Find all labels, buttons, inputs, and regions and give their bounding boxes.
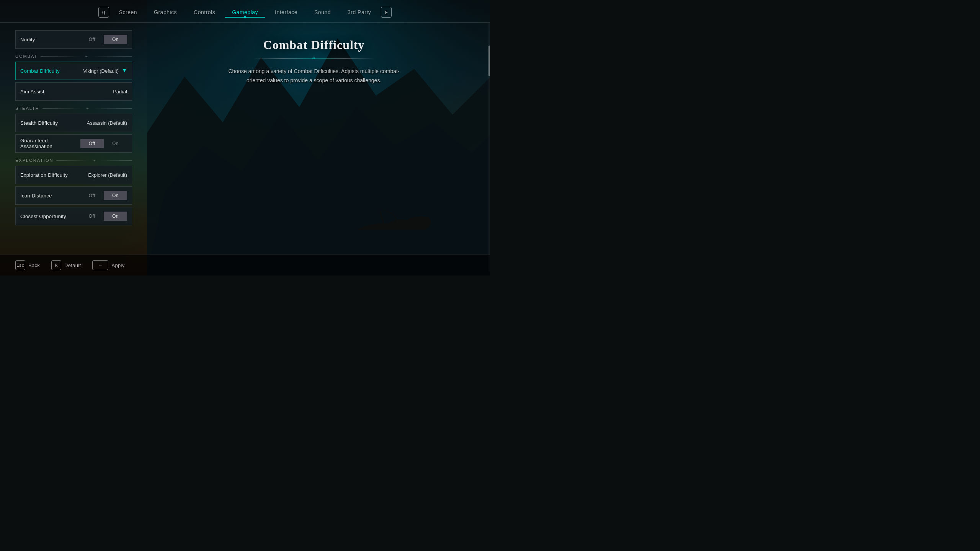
guaranteed-assassination-label: Guaranteed Assassination — [20, 138, 80, 149]
stealth-section-line-2 — [92, 108, 132, 109]
main-content: Nudity Off On COMBAT ❧ Combat Difficulty… — [0, 23, 490, 271]
nudity-toggle[interactable]: Off On — [80, 35, 127, 44]
description-text: Choose among a variety of Combat Difficu… — [222, 67, 406, 85]
aim-assist-row[interactable]: Aim Assist Partial — [15, 82, 132, 101]
exploration-difficulty-label: Exploration Difficulty — [20, 172, 68, 178]
exploration-section-line — [56, 160, 90, 161]
icon-distance-on-button[interactable]: On — [104, 191, 127, 200]
combat-section-header: COMBAT ❧ — [15, 54, 132, 59]
combat-section-line-2 — [91, 56, 132, 57]
stealth-section-header: STEALTH ❧ — [15, 106, 132, 111]
exploration-section-title: EXPLORATION — [15, 158, 53, 163]
description-title: Combat Difficulty — [263, 38, 365, 52]
back-action[interactable]: Esc Back — [15, 260, 40, 270]
tab-graphics[interactable]: Graphics — [147, 7, 184, 18]
aim-assist-label: Aim Assist — [20, 89, 44, 95]
exploration-difficulty-row[interactable]: Exploration Difficulty Explorer (Default… — [15, 166, 132, 184]
exploration-section-line-2 — [99, 160, 132, 161]
exploration-difficulty-value: Explorer (Default) — [88, 172, 127, 178]
apply-label: Apply — [111, 262, 124, 268]
closest-opportunity-label: Closest Opportunity — [20, 214, 66, 219]
icon-distance-row[interactable]: Icon Distance Off On — [15, 186, 132, 205]
stealth-difficulty-label: Stealth Difficulty — [20, 120, 58, 126]
back-label: Back — [28, 262, 40, 268]
right-key-icon: E — [381, 7, 392, 18]
default-action[interactable]: R Default — [51, 260, 81, 270]
stealth-difficulty-row[interactable]: Stealth Difficulty Assassin (Default) — [15, 114, 132, 132]
closest-opportunity-on-button[interactable]: On — [104, 212, 127, 221]
scroll-thumb[interactable] — [488, 46, 490, 76]
closest-opportunity-toggle[interactable]: Off On — [80, 212, 127, 221]
description-divider — [253, 58, 375, 59]
exploration-ornament: ❧ — [93, 158, 96, 163]
bottom-bar: Esc Back R Default — Apply — [0, 254, 490, 276]
icon-distance-off-button[interactable]: Off — [80, 191, 104, 200]
combat-difficulty-row[interactable]: Combat Difficulty Vikingr (Default) ▼ — [15, 62, 132, 80]
combat-difficulty-label: Combat Difficulty — [20, 68, 60, 74]
combat-ornament: ❧ — [85, 54, 88, 59]
closest-opportunity-off-button[interactable]: Off — [80, 212, 104, 221]
nudity-row[interactable]: Nudity Off On — [15, 30, 132, 49]
tab-screen[interactable]: Screen — [112, 7, 144, 18]
default-label: Default — [64, 262, 81, 268]
tab-gameplay[interactable]: Gameplay — [225, 7, 265, 18]
nudity-off-button[interactable]: Off — [80, 35, 104, 44]
nudity-label: Nudity — [20, 37, 35, 42]
icon-distance-label: Icon Distance — [20, 193, 52, 199]
navigation-bar: Q Screen Graphics Controls Gameplay Inte… — [0, 0, 490, 23]
combat-difficulty-arrow-icon: ▼ — [122, 68, 127, 74]
icon-distance-toggle[interactable]: Off On — [80, 191, 127, 200]
default-key-icon: R — [51, 260, 61, 270]
combat-section-line — [41, 56, 82, 57]
stealth-difficulty-value: Assassin (Default) — [87, 120, 127, 126]
back-key-icon: Esc — [15, 260, 25, 270]
description-panel: Combat Difficulty Choose among a variety… — [138, 23, 490, 271]
tab-interface[interactable]: Interface — [268, 7, 304, 18]
stealth-section-title: STEALTH — [15, 106, 39, 111]
combat-difficulty-value: Vikingr (Default) — [83, 68, 119, 74]
guaranteed-assassination-row[interactable]: Guaranteed Assassination Off On — [15, 134, 132, 153]
scroll-indicator — [488, 23, 490, 271]
stealth-section-line — [42, 108, 83, 109]
aim-assist-value: Partial — [113, 89, 127, 95]
closest-opportunity-row[interactable]: Closest Opportunity Off On — [15, 207, 132, 225]
tab-controls[interactable]: Controls — [187, 7, 222, 18]
guaranteed-assassination-toggle[interactable]: Off On — [80, 139, 127, 148]
apply-key-icon: — — [92, 260, 108, 270]
combat-section-title: COMBAT — [15, 54, 38, 59]
nudity-on-button[interactable]: On — [104, 35, 127, 44]
settings-panel: Nudity Off On COMBAT ❧ Combat Difficulty… — [0, 23, 138, 271]
tab-sound[interactable]: Sound — [307, 7, 338, 18]
guaranteed-assassination-on-button[interactable]: On — [104, 139, 127, 148]
stealth-ornament: ❧ — [86, 106, 89, 111]
left-key-icon: Q — [98, 7, 109, 18]
guaranteed-assassination-off-button[interactable]: Off — [80, 139, 104, 148]
apply-action[interactable]: — Apply — [92, 260, 124, 270]
tab-thirdparty[interactable]: 3rd Party — [341, 7, 378, 18]
exploration-section-header: EXPLORATION ❧ — [15, 158, 132, 163]
